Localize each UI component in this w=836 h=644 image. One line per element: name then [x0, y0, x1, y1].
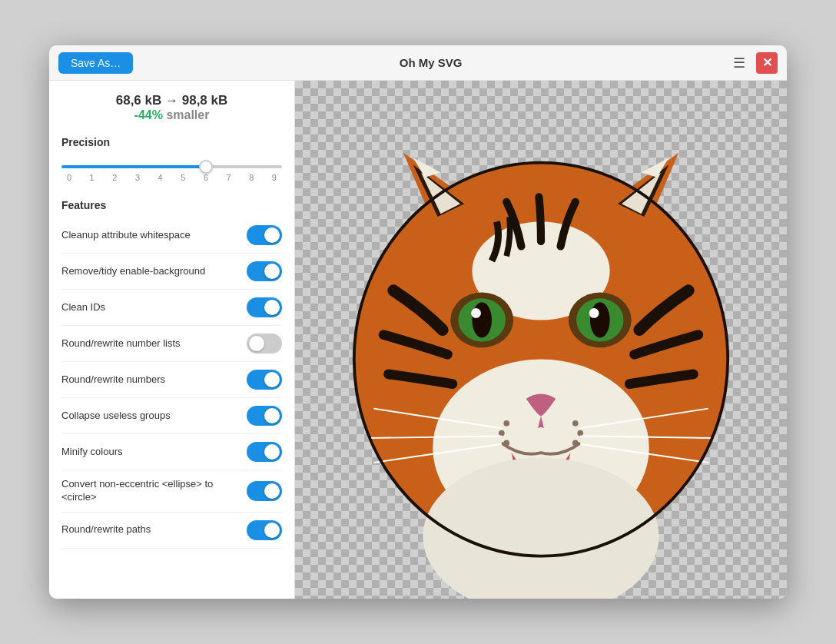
feature-toggle-remove-enable-background[interactable] — [247, 261, 282, 281]
left-panel: 68,6 kB → 98,8 kB -44% smaller Precision… — [49, 81, 295, 599]
reduction-info: -44% smaller — [61, 108, 282, 122]
svg-point-25 — [572, 440, 579, 446]
toggle-thumb-remove-enable-background — [264, 264, 280, 279]
feature-toggle-clean-ids[interactable] — [247, 297, 282, 317]
feature-item-round-numbers: Round/rewrite numbers — [61, 362, 282, 398]
feature-item-collapse-groups: Collapse useless groups — [61, 398, 282, 434]
toggle-thumb-round-numbers — [264, 372, 280, 387]
feature-label-minify-colours: Minify colours — [61, 446, 247, 459]
toggle-track-round-number-lists[interactable] — [247, 334, 282, 354]
tiger-svg-container — [295, 81, 787, 599]
svg-point-21 — [499, 430, 505, 437]
feature-toggle-convert-ellipse[interactable] — [247, 481, 282, 501]
arrow: → — [165, 93, 182, 108]
toggle-thumb-round-number-lists — [249, 336, 264, 351]
feature-label-round-paths: Round/rewrite paths — [61, 523, 247, 536]
feature-toggle-minify-colours[interactable] — [247, 442, 282, 462]
precision-slider[interactable] — [61, 165, 282, 168]
feature-label-collapse-groups: Collapse useless groups — [61, 410, 247, 423]
svg-point-15 — [472, 302, 492, 337]
svg-point-23 — [572, 420, 579, 427]
titlebar: Save As… Oh My SVG ☰ ✕ — [49, 45, 787, 81]
toggle-track-cleanup-whitespace[interactable] — [247, 225, 282, 245]
feature-item-convert-ellipse: Convert non-eccentric <ellipse> to <circ… — [61, 470, 282, 513]
toggle-track-remove-enable-background[interactable] — [247, 261, 282, 281]
toggle-thumb-clean-ids — [264, 300, 280, 315]
toggle-track-clean-ids[interactable] — [247, 297, 282, 317]
main-content: 68,6 kB → 98,8 kB -44% smaller Precision… — [49, 81, 787, 599]
feature-item-cleanup-whitespace: Cleanup attribute whitespace — [61, 217, 282, 254]
feature-toggle-round-paths[interactable] — [247, 520, 282, 540]
menu-button[interactable]: ☰ — [728, 52, 750, 74]
svg-point-18 — [589, 308, 599, 318]
reduction-pct: -44% — [134, 108, 163, 121]
feature-item-clean-ids: Clean IDs — [61, 290, 282, 326]
features-label: Features — [61, 199, 282, 211]
features-list: Cleanup attribute whitespaceRemove/tidy … — [61, 217, 282, 549]
toggle-thumb-collapse-groups — [264, 408, 280, 423]
feature-item-round-paths: Round/rewrite paths — [61, 513, 282, 549]
toggle-thumb-minify-colours — [264, 444, 280, 460]
toggle-track-collapse-groups[interactable] — [247, 406, 282, 426]
toggle-track-round-paths[interactable] — [247, 520, 282, 540]
feature-toggle-cleanup-whitespace[interactable] — [247, 225, 282, 245]
svg-point-16 — [590, 302, 610, 337]
close-button[interactable]: ✕ — [756, 52, 778, 74]
toggle-track-convert-ellipse[interactable] — [247, 481, 282, 501]
feature-label-round-numbers: Round/rewrite numbers — [61, 373, 247, 387]
features-section: Features Cleanup attribute whitespaceRem… — [61, 199, 282, 549]
svg-point-17 — [471, 308, 481, 318]
new-size: 98,8 kB — [182, 93, 228, 108]
feature-label-convert-ellipse: Convert non-eccentric <ellipse> to <circ… — [61, 478, 247, 504]
feature-item-remove-enable-background: Remove/tidy enable-background — [61, 254, 282, 290]
toggle-thumb-cleanup-whitespace — [264, 227, 280, 243]
feature-label-cleanup-whitespace: Cleanup attribute whitespace — [61, 229, 247, 242]
toggle-thumb-round-paths — [264, 523, 280, 538]
svg-point-24 — [577, 430, 583, 437]
precision-label: Precision — [61, 136, 282, 148]
tiger-svg — [295, 81, 787, 599]
file-size-comparison: 68,6 kB → 98,8 kB — [61, 93, 282, 108]
original-size: 68,6 kB — [116, 93, 162, 108]
feature-toggle-round-number-lists[interactable] — [247, 334, 282, 354]
feature-item-round-number-lists: Round/rewrite number lists — [61, 326, 282, 362]
feature-label-round-number-lists: Round/rewrite number lists — [61, 337, 247, 350]
feature-label-clean-ids: Clean IDs — [61, 301, 247, 314]
reduction-label: smaller — [166, 108, 209, 121]
toggle-thumb-convert-ellipse — [264, 483, 280, 499]
titlebar-actions: ☰ ✕ — [728, 52, 778, 74]
app-window: Save As… Oh My SVG ☰ ✕ 68,6 kB → 98,8 kB… — [49, 45, 787, 599]
file-size-info: 68,6 kB → 98,8 kB -44% smaller — [61, 93, 282, 122]
toggle-track-minify-colours[interactable] — [247, 442, 282, 462]
svg-point-22 — [503, 440, 509, 446]
save-as-button[interactable]: Save As… — [58, 52, 133, 74]
precision-section: Precision 0 1 2 3 4 5 6 7 8 9 — [61, 136, 282, 185]
svg-point-20 — [503, 420, 509, 427]
feature-item-minify-colours: Minify colours — [61, 434, 282, 470]
precision-slider-container: 0 1 2 3 4 5 6 7 8 9 — [61, 154, 282, 185]
feature-label-remove-enable-background: Remove/tidy enable-background — [61, 265, 247, 278]
toggle-track-round-numbers[interactable] — [247, 370, 282, 390]
svg-preview-panel — [295, 81, 787, 599]
feature-toggle-collapse-groups[interactable] — [247, 406, 282, 426]
feature-toggle-round-numbers[interactable] — [247, 370, 282, 390]
app-title: Oh My SVG — [400, 56, 463, 69]
